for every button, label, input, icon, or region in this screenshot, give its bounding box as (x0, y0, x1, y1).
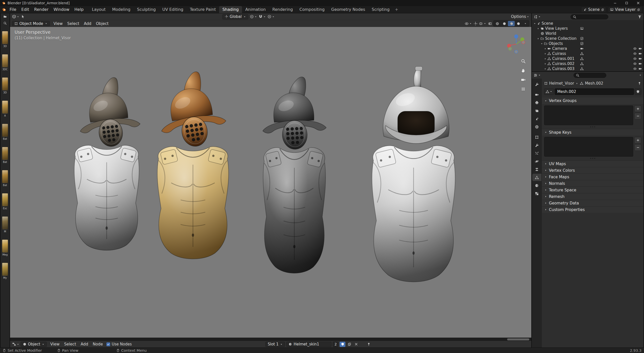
menu-render[interactable]: Render (32, 6, 51, 13)
tab-physics[interactable] (532, 158, 541, 165)
outliner-row-view-layers[interactable]: View Layers (532, 26, 643, 31)
tab-particles[interactable] (532, 150, 541, 157)
viewport-menu-select[interactable]: Select (65, 20, 82, 27)
outliner-row-cuirass-001[interactable]: Cuirass.001 (532, 56, 643, 61)
shading-wireframe-button[interactable] (494, 21, 501, 26)
shader-menu-view[interactable]: View (48, 341, 62, 348)
mode-dropdown[interactable]: Object Mode (12, 21, 50, 26)
add-shape-keys-button[interactable] (634, 137, 641, 144)
overlays-dropdown[interactable] (479, 22, 486, 26)
asset-item-m[interactable]: M (2, 216, 8, 233)
shader-editor-canvas[interactable] (10, 338, 531, 341)
pin-id-button[interactable] (638, 82, 641, 85)
vertex-groups-list[interactable] (544, 105, 633, 125)
tab-world[interactable] (532, 123, 541, 130)
asset-item-bat[interactable]: Bat (2, 170, 8, 187)
fake-user-button[interactable] (635, 88, 641, 95)
armor-set-polished-steel[interactable] (372, 66, 455, 282)
disable-in-renders-toggle[interactable] (638, 62, 642, 65)
workspace-tab-texture-paint[interactable]: Texture Paint (187, 6, 219, 13)
helmet-polished-steel[interactable] (383, 66, 449, 144)
shading-rendered-button[interactable] (515, 21, 522, 26)
minimize-button[interactable] (609, 0, 621, 6)
viewport-menu-object[interactable]: Object (94, 20, 111, 27)
asset-item-3dc[interactable]: 3DC (2, 54, 8, 71)
tab-texture[interactable] (532, 190, 541, 197)
workspace-tab-shading[interactable]: Shading (219, 6, 242, 13)
file-browser-icon[interactable] (3, 15, 7, 18)
outliner-row-objects[interactable]: Objects (532, 41, 643, 46)
panel-resize-grip[interactable] (544, 157, 641, 160)
mesh-name-field[interactable]: Mesh.002 (555, 88, 634, 95)
disclosure-open-icon[interactable] (533, 22, 536, 25)
xray-toggle[interactable] (488, 22, 492, 26)
outliner-row-cuirass-003[interactable]: Cuirass.003 (532, 66, 643, 71)
breadcrumb-data[interactable]: Mesh.002 (585, 81, 603, 86)
panel-remesh[interactable]: Remesh (542, 193, 643, 200)
filter-icon[interactable] (638, 15, 642, 19)
helmet-dark-steel[interactable] (260, 76, 327, 151)
remove-shape-keys-button[interactable] (634, 144, 641, 151)
shader-menu-add[interactable]: Add (78, 341, 90, 348)
pin-button[interactable] (367, 342, 371, 346)
pan-hand-icon[interactable] (521, 68, 526, 73)
asset-item-a[interactable]: A (2, 100, 8, 117)
editor-type-button[interactable] (12, 15, 19, 19)
proportional-edit-dropdown[interactable] (267, 15, 275, 19)
tab-view-layer[interactable] (532, 107, 541, 114)
shading-material-preview-button[interactable] (508, 21, 515, 26)
navigation-gizmo[interactable] (505, 33, 527, 55)
add-vertex-groups-button[interactable] (634, 105, 641, 112)
outliner-search-input[interactable] (571, 14, 608, 19)
options-dropdown[interactable]: Options (511, 14, 529, 19)
properties-search-input[interactable] (574, 73, 606, 78)
shape-keys-list[interactable] (544, 137, 633, 157)
show-gizmo-toggle[interactable] (473, 22, 477, 26)
outliner-row-camera[interactable]: Camera (532, 46, 643, 51)
menu-file[interactable]: File (7, 6, 19, 13)
helmet-silver[interactable] (74, 75, 142, 150)
outliner-row-scene[interactable]: Scene (532, 21, 643, 26)
transform-orientation-dropdown[interactable]: Global (222, 14, 248, 19)
armor-set-silver[interactable] (74, 75, 142, 250)
disable-in-renders-toggle[interactable] (638, 57, 642, 60)
hide-in-viewport-toggle[interactable] (633, 62, 637, 65)
shader-type-dropdown[interactable]: Object (21, 342, 47, 347)
unlink-material-button[interactable] (353, 342, 359, 347)
editor-type-button[interactable] (534, 73, 541, 77)
fake-user-toggle[interactable] (340, 342, 345, 347)
blender-menu-icon[interactable] (2, 8, 6, 12)
panel-geometry-data[interactable]: Geometry Data (542, 200, 643, 206)
shader-menu-select[interactable]: Select (62, 341, 78, 348)
disclosure-closed-icon[interactable] (544, 57, 547, 60)
zoom-icon[interactable] (521, 59, 526, 64)
disable-in-renders-toggle[interactable] (638, 67, 642, 70)
workspace-tab-compositing[interactable]: Compositing (296, 6, 328, 13)
maximize-button[interactable] (621, 0, 632, 6)
material-users-count[interactable]: 2 (333, 342, 338, 347)
asset-item-bat[interactable]: Bat (2, 147, 8, 163)
panel-normals[interactable]: Normals (542, 180, 643, 187)
tab-tool[interactable] (532, 81, 541, 88)
viewport-3d[interactable]: User Perspective (11) Collection | Helme… (10, 27, 531, 338)
tab-render[interactable] (532, 91, 541, 98)
hide-in-viewport-toggle[interactable] (633, 52, 637, 55)
pivot-point-dropdown[interactable] (250, 15, 257, 19)
chevron-down-icon[interactable] (639, 74, 642, 77)
tab-object-data[interactable] (532, 174, 541, 181)
menu-help[interactable]: Help (72, 6, 86, 13)
workspace-tab-sculpting[interactable]: Sculpting (134, 6, 159, 13)
asset-item-3d[interactable]: 3D (2, 31, 8, 48)
viewport-menu-view[interactable]: View (51, 20, 65, 27)
asset-item-my[interactable]: My (2, 263, 8, 279)
material-selector[interactable]: Helmet_skin1 (286, 342, 332, 347)
outliner-row-cuirass-002[interactable]: Cuirass.002 (532, 61, 643, 66)
search-icon[interactable] (3, 21, 7, 25)
panel-texture-space[interactable]: Texture Space (542, 187, 643, 193)
disclosure-closed-icon[interactable] (544, 67, 547, 70)
disclosure-closed-icon[interactable] (544, 62, 547, 65)
ortho-grid-icon[interactable] (521, 87, 526, 92)
tab-object[interactable] (532, 133, 541, 141)
breadcrumb-object[interactable]: Helmet_Visor (549, 81, 574, 86)
browse-mesh-button[interactable] (544, 88, 554, 95)
